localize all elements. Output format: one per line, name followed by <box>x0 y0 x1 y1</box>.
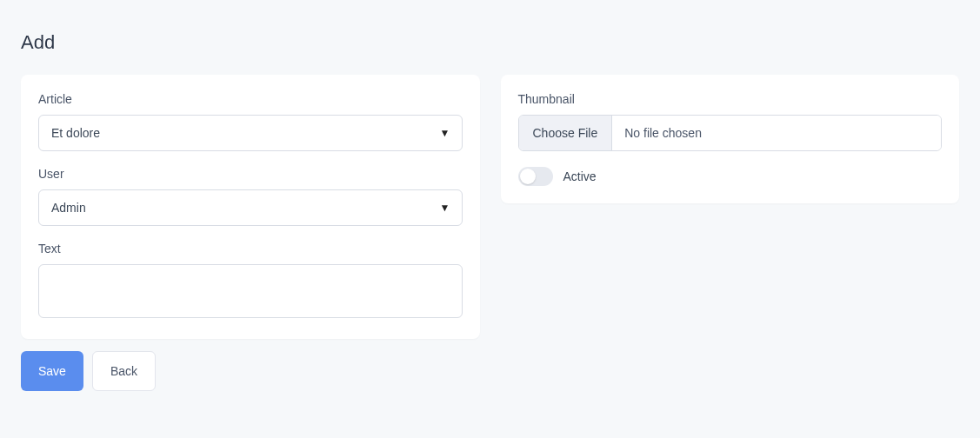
text-input[interactable] <box>38 264 463 318</box>
thumbnail-card: Thumbnail Choose File No file chosen Act… <box>501 75 960 203</box>
active-label: Active <box>563 169 597 183</box>
user-label: User <box>38 167 463 181</box>
article-label: Article <box>38 92 463 106</box>
article-select[interactable]: Et dolore <box>38 115 463 151</box>
back-button[interactable]: Back <box>92 351 156 391</box>
active-toggle[interactable] <box>518 167 553 186</box>
toggle-knob <box>520 169 536 184</box>
file-status: No file chosen <box>612 116 941 150</box>
text-label: Text <box>38 242 463 256</box>
thumbnail-label: Thumbnail <box>518 92 943 106</box>
form-card: Article Et dolore ▼ User Admin ▼ <box>21 75 480 339</box>
save-button[interactable]: Save <box>21 351 83 391</box>
choose-file-button[interactable]: Choose File <box>519 116 613 150</box>
page-title: Add <box>21 31 959 54</box>
user-select[interactable]: Admin <box>38 189 463 226</box>
